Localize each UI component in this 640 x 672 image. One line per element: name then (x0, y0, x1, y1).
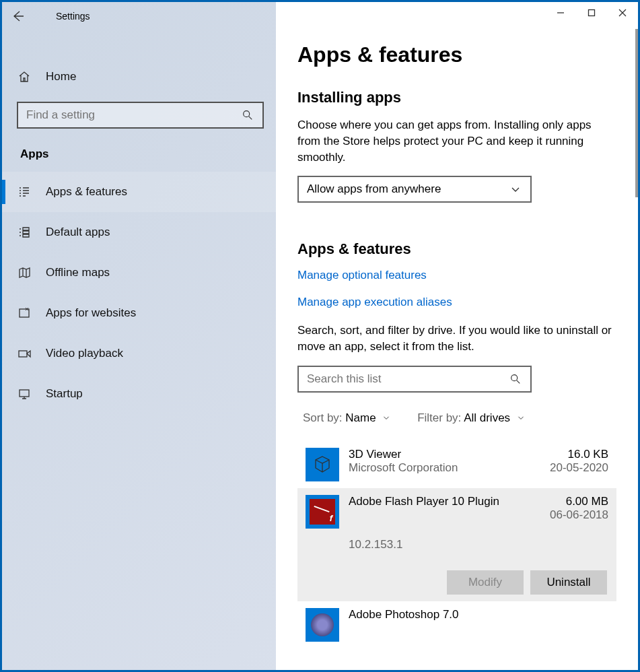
app-item-selected[interactable]: f Adobe Flash Player 10 Plugin 6.00 MB 0… (297, 488, 616, 601)
chevron-down-icon (509, 182, 522, 196)
app-size: 16.0 KB (568, 448, 609, 461)
sidebar-item-label: Apps & features (46, 185, 127, 199)
sidebar-item-apps-features[interactable]: Apps & features (2, 172, 276, 212)
sidebar-item-default-apps[interactable]: Default apps (2, 212, 276, 253)
sort-by[interactable]: Sort by: Name (303, 411, 390, 425)
svg-rect-2 (19, 351, 27, 357)
install-source-dropdown[interactable]: Allow apps from anywhere (297, 176, 532, 203)
installing-heading: Installing apps (297, 89, 616, 106)
search-icon (509, 372, 522, 386)
app-name: 3D Viewer (349, 448, 540, 461)
home-nav[interactable]: Home (2, 63, 276, 91)
search-input[interactable] (26, 108, 241, 122)
offline-maps-icon (17, 266, 31, 279)
home-label: Home (46, 70, 76, 83)
apps-features-icon (17, 185, 31, 199)
sidebar-item-apps-websites[interactable]: Apps for websites (2, 293, 276, 333)
page-heading: Apps & features (297, 42, 616, 67)
svg-rect-3 (20, 390, 29, 397)
sidebar-item-label: Apps for websites (46, 306, 136, 320)
home-icon (17, 70, 31, 83)
video-playback-icon (17, 347, 31, 360)
dropdown-value: Allow apps from anywhere (307, 182, 441, 196)
apps-features-heading: Apps & features (297, 240, 616, 258)
app-size: 6.00 MB (566, 495, 608, 508)
minimize-button[interactable] (545, 2, 576, 24)
apps-desc: Search, sort, and filter by drive. If yo… (297, 323, 616, 355)
back-button[interactable] (2, 2, 34, 30)
search-apps-input[interactable] (307, 372, 509, 386)
app-date: 06-06-2018 (550, 508, 608, 522)
app-item[interactable]: 3D Viewer Microsoft Corporation 16.0 KB … (297, 441, 616, 488)
sidebar-item-label: Startup (46, 387, 83, 401)
sidebar-item-startup[interactable]: Startup (2, 374, 276, 414)
sidebar-item-label: Offline maps (46, 266, 110, 279)
svg-point-5 (511, 375, 518, 381)
scrollbar[interactable] (635, 29, 638, 197)
app-icon (306, 448, 339, 481)
app-publisher: Microsoft Corporation (349, 461, 540, 475)
app-version: 10.2.153.1 (349, 538, 608, 551)
sidebar-heading: Apps (20, 147, 276, 161)
svg-rect-1 (20, 309, 29, 317)
app-name: Adobe Photoshop 7.0 (349, 608, 608, 621)
search-icon (241, 108, 254, 122)
sidebar-item-video-playback[interactable]: Video playback (2, 333, 276, 374)
app-date: 20-05-2020 (550, 461, 608, 475)
window-title: Settings (56, 11, 90, 22)
svg-point-0 (244, 111, 250, 117)
installing-desc: Choose where you can get apps from. Inst… (297, 117, 616, 165)
search-settings[interactable] (17, 102, 264, 129)
manage-optional-features-link[interactable]: Manage optional features (297, 269, 616, 282)
sidebar-item-label: Video playback (46, 347, 123, 360)
app-item[interactable]: Adobe Photoshop 7.0 (297, 601, 616, 642)
apps-websites-icon (17, 306, 31, 320)
app-name: Adobe Flash Player 10 Plugin (349, 495, 540, 508)
sidebar-item-label: Default apps (46, 226, 110, 239)
filter-by[interactable]: Filter by: All drives (417, 411, 524, 425)
modify-button: Modify (447, 570, 524, 595)
close-button[interactable] (607, 2, 638, 24)
manage-aliases-link[interactable]: Manage app execution aliases (297, 296, 616, 309)
startup-icon (17, 387, 31, 401)
uninstall-button[interactable]: Uninstall (530, 570, 607, 595)
search-apps[interactable] (297, 366, 532, 393)
maximize-button[interactable] (576, 2, 607, 24)
sidebar-item-offline-maps[interactable]: Offline maps (2, 253, 276, 293)
app-icon: f (306, 495, 339, 529)
app-icon (306, 608, 339, 642)
default-apps-icon (17, 226, 31, 239)
svg-rect-4 (589, 10, 595, 16)
